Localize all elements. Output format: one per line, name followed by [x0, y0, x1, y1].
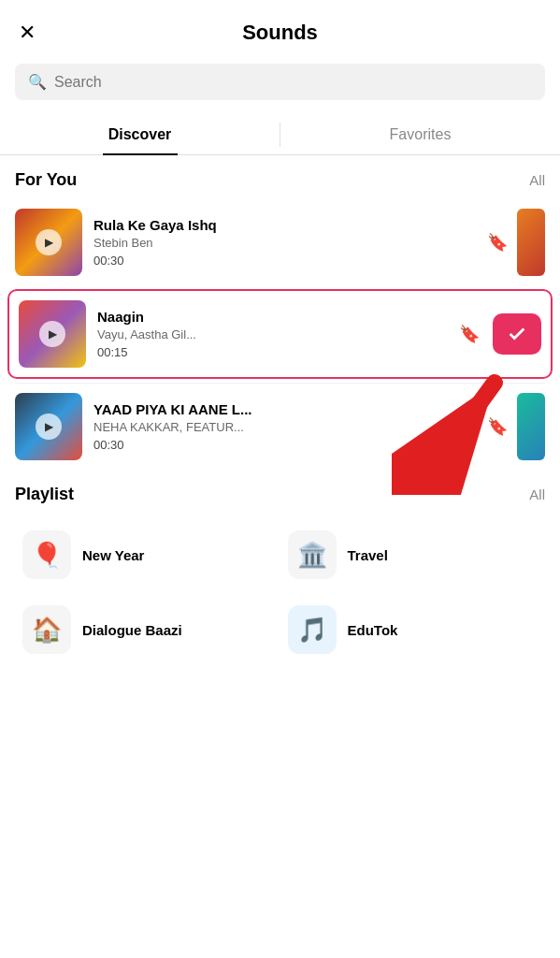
playlist-icon-dialogue: 🏠: [22, 605, 71, 654]
tab-discover[interactable]: Discover: [0, 115, 280, 154]
play-icon-naagin: ▶: [39, 321, 65, 347]
search-icon: 🔍: [28, 73, 47, 91]
song-artist-naagin: Vayu, Aastha Gil...: [97, 327, 453, 341]
songs-list: ▶ Rula Ke Gaya Ishq Stebin Ben 00:30 🔖 ▶…: [0, 199, 560, 470]
side-thumbnail-yaad: [517, 393, 545, 460]
song-thumbnail-yaad: ▶: [15, 393, 82, 460]
playlist-icon-travel: 🏛️: [288, 530, 337, 579]
song-duration-yaad: 00:30: [93, 438, 481, 452]
playlist-label-edutok: EduTok: [348, 622, 398, 638]
play-icon-yaad: ▶: [36, 414, 62, 440]
tabs-container: Discover Favorites: [0, 115, 560, 155]
song-artist-yaad: NEHA KAKKAR, FEATUR...: [93, 420, 481, 434]
playlist-all-link[interactable]: All: [529, 486, 545, 502]
search-bar: 🔍: [15, 64, 545, 100]
song-duration-naagin: 00:15: [97, 345, 453, 359]
song-item-rula[interactable]: ▶ Rula Ke Gaya Ishq Stebin Ben 00:30 🔖: [0, 199, 560, 285]
song-thumbnail-naagin: ▶: [19, 300, 86, 368]
page-title: Sounds: [242, 21, 318, 45]
song-info-yaad: YAAD PIYA KI AANE L... NEHA KAKKAR, FEAT…: [93, 401, 481, 452]
bookmark-button-naagin[interactable]: 🔖: [453, 318, 485, 350]
side-thumbnail-rula: [517, 209, 545, 276]
song-artist-rula: Stebin Ben: [93, 236, 481, 250]
playlist-item-edutok[interactable]: 🎵 EduTok: [280, 592, 546, 667]
for-you-title: For You: [15, 170, 77, 190]
for-you-section-header: For You All: [0, 155, 560, 199]
song-item-naagin[interactable]: ▶ Naagin Vayu, Aastha Gil... 00:15 🔖: [7, 289, 553, 379]
song-title-naagin: Naagin: [97, 309, 453, 325]
song-info-naagin: Naagin Vayu, Aastha Gil... 00:15: [97, 309, 453, 359]
playlist-icon-newyear: 🎈: [22, 530, 71, 579]
header: ✕ Sounds: [0, 0, 560, 60]
song-info-rula: Rula Ke Gaya Ishq Stebin Ben 00:30: [93, 217, 481, 268]
close-button[interactable]: ✕: [19, 22, 36, 43]
playlist-item-dialogue[interactable]: 🏠 Dialogue Baazi: [15, 592, 280, 667]
playlist-section-header: Playlist All: [0, 470, 560, 514]
song-title-rula: Rula Ke Gaya Ishq: [93, 217, 481, 233]
song-thumbnail-rula: ▶: [15, 209, 82, 276]
play-icon-rula: ▶: [36, 229, 62, 255]
bookmark-button-rula[interactable]: 🔖: [481, 226, 513, 258]
playlist-grid: 🎈 New Year 🏛️ Travel 🏠 Dialogue Baazi 🎵 …: [0, 514, 560, 671]
song-item-yaad[interactable]: ▶ YAAD PIYA KI AANE L... NEHA KAKKAR, FE…: [0, 384, 560, 470]
for-you-all-link[interactable]: All: [529, 172, 545, 188]
playlist-item-travel[interactable]: 🏛️ Travel: [280, 517, 546, 592]
playlist-label-dialogue: Dialogue Baazi: [82, 622, 182, 638]
select-button-naagin[interactable]: [493, 313, 541, 355]
song-title-yaad: YAAD PIYA KI AANE L...: [93, 401, 481, 417]
search-input[interactable]: [54, 74, 532, 91]
song-duration-rula: 00:30: [93, 254, 481, 268]
tab-favorites[interactable]: Favorites: [280, 115, 560, 154]
playlist-label-newyear: New Year: [82, 547, 144, 563]
playlist-item-newyear[interactable]: 🎈 New Year: [15, 517, 280, 592]
playlist-title: Playlist: [15, 485, 74, 504]
playlist-icon-edutok: 🎵: [288, 605, 337, 654]
checkmark-icon: [507, 324, 527, 344]
bookmark-button-yaad[interactable]: 🔖: [481, 411, 513, 443]
playlist-label-travel: Travel: [348, 547, 388, 563]
